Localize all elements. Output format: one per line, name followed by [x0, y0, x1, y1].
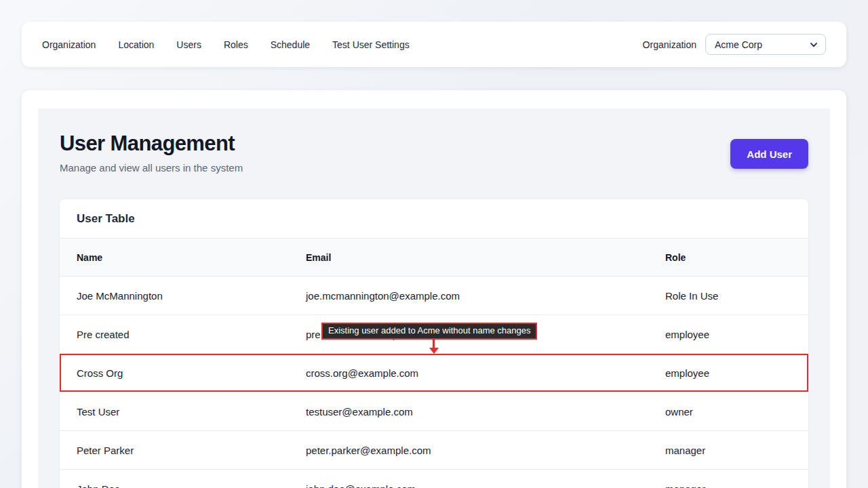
page-subtitle: Manage and view all users in the system [60, 162, 808, 174]
table-header-row: Name Email Role [60, 238, 808, 277]
top-navigation-bar: Organization Location Users Roles Schedu… [22, 22, 846, 67]
table-row-highlighted: Cross Org cross.org@example.com employee [60, 354, 808, 392]
user-table-card: User Table Name Email Role Joe McManning… [60, 199, 808, 488]
page-header: User Management Manage and view all user… [38, 108, 830, 174]
cell-name: John Doe [60, 483, 289, 488]
nav-item-roles[interactable]: Roles [224, 39, 248, 50]
cell-email: peter.parker@example.com [289, 445, 648, 456]
column-header-email: Email [289, 252, 648, 263]
cell-role: employee [648, 367, 808, 379]
cell-role: Role In Use [648, 290, 808, 302]
chevron-down-icon [809, 40, 818, 49]
nav-item-location[interactable]: Location [118, 39, 154, 50]
cell-role: manager [648, 445, 808, 456]
nav-items: Organization Location Users Roles Schedu… [42, 39, 410, 50]
cell-email: cross.org@example.com [289, 367, 648, 379]
organization-select-value: Acme Corp [715, 39, 762, 50]
cell-name: Pre created [60, 329, 289, 340]
nav-item-schedule[interactable]: Schedule [271, 39, 310, 50]
nav-item-test-user-settings[interactable]: Test User Settings [332, 39, 410, 50]
add-user-button[interactable]: Add User [730, 139, 808, 169]
organization-select-label: Organization [643, 39, 696, 50]
cell-name: Test User [60, 406, 289, 418]
table-row: John Doe john.doe@example.com manager [60, 470, 808, 488]
main-content-card: User Management Manage and view all user… [22, 90, 846, 488]
cell-email: testuser@example.com [289, 406, 648, 418]
cell-name: Peter Parker [60, 445, 289, 456]
cell-role: manager [648, 483, 808, 488]
cell-role: employee [648, 329, 808, 340]
content-inset: User Management Manage and view all user… [38, 108, 830, 488]
cell-email: joe.mcmannington@example.com [289, 290, 648, 302]
nav-item-users[interactable]: Users [176, 39, 201, 50]
cell-name: Cross Org [60, 367, 289, 379]
page-title: User Management [60, 131, 808, 156]
table-row: Peter Parker peter.parker@example.com ma… [60, 431, 808, 470]
nav-item-organization[interactable]: Organization [42, 39, 96, 50]
annotation-arrow-icon [429, 348, 439, 354]
annotation-tooltip: Existing user added to Acme without name… [321, 323, 537, 340]
nav-right-group: Organization Acme Corp [643, 34, 826, 55]
organization-select[interactable]: Acme Corp [705, 34, 826, 55]
table-row: Test User testuser@example.com owner [60, 392, 808, 431]
table-row: Joe McMannington joe.mcmannington@exampl… [60, 277, 808, 315]
user-table-title: User Table [60, 199, 808, 238]
cell-role: owner [648, 406, 808, 418]
cell-name: Joe McMannington [60, 290, 289, 302]
cell-email: john.doe@example.com [289, 483, 648, 488]
column-header-role: Role [648, 252, 808, 263]
column-header-name: Name [60, 252, 289, 263]
